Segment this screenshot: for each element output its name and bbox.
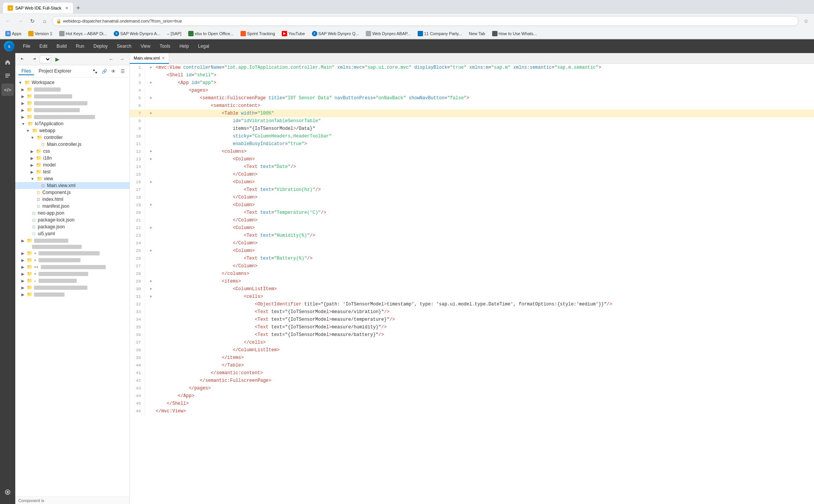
sidebar-tools-btn[interactable] bbox=[2, 486, 14, 498]
tree-blurred-3[interactable]: ▶ 📁 bbox=[15, 100, 129, 107]
bookmark-newtab[interactable]: New Tab bbox=[467, 31, 488, 37]
tree-label: Main.view.xml bbox=[47, 183, 76, 188]
arrow-icon: ▶ bbox=[21, 258, 24, 262]
menu-tools[interactable]: Tools bbox=[156, 42, 174, 50]
sidebar-code-btn[interactable]: </> bbox=[2, 84, 14, 96]
sidebar-home-btn[interactable] bbox=[2, 56, 14, 68]
tree-view[interactable]: ▼ 📁 view bbox=[15, 175, 129, 182]
line-content: <pages> bbox=[154, 87, 814, 94]
menu-legal[interactable]: Legal bbox=[194, 42, 213, 50]
line-number: 24 bbox=[130, 239, 145, 247]
tab-close-icon[interactable]: × bbox=[162, 55, 165, 61]
tree-package-json[interactable]: ⊡ package.json bbox=[15, 223, 129, 230]
tree-index-html[interactable]: ⊡ index.html bbox=[15, 196, 129, 203]
menu-deploy[interactable]: Deploy bbox=[90, 42, 111, 50]
tree-test[interactable]: ▶ 📁 test bbox=[15, 168, 129, 175]
branch-select[interactable] bbox=[40, 55, 51, 63]
tree-css[interactable]: ▶ 📁 css bbox=[15, 148, 129, 155]
nav-back-btn[interactable]: ← bbox=[107, 55, 116, 64]
tree-main-view-xml[interactable]: ⊡ Main.view.xml bbox=[15, 182, 129, 189]
menu-search[interactable]: Search bbox=[113, 42, 135, 50]
bookmark-hotkeys[interactable]: Hot Keys – ABAP Di... bbox=[57, 30, 109, 37]
code-line-15: 15 </Column> bbox=[130, 171, 814, 178]
tree-neoapp-json[interactable]: ⊡ neo-app.json bbox=[15, 210, 129, 216]
tree-ui5-yaml[interactable]: ⊡ ui5.yaml bbox=[15, 230, 129, 237]
tree-webapp[interactable]: ▼ 📁 webapp bbox=[15, 127, 129, 134]
bookmark-label: Version 1 bbox=[35, 31, 52, 36]
line-gutter bbox=[148, 232, 154, 239]
menu-help[interactable]: Help bbox=[176, 42, 193, 50]
bookmark-sapwebdynpro[interactable]: S SAP Web Dynpro A... bbox=[111, 30, 163, 37]
bookmark-xlsx[interactable]: xlsx to Open Office... bbox=[186, 30, 236, 37]
browser-tab-active[interactable]: S SAP Web IDE Full-Stack × bbox=[3, 3, 73, 13]
undo-button[interactable] bbox=[18, 55, 27, 64]
tree-packagelock-json[interactable]: ⊡ package-lock.json bbox=[15, 216, 129, 223]
fe-settings-btn[interactable]: ☰ bbox=[119, 68, 126, 75]
code-editor[interactable]: 1▶<mvc:View controllerName="iot.app.IoTA… bbox=[130, 64, 814, 504]
code-line-39: 39 </items> bbox=[130, 354, 814, 362]
line-gutter: ▶ bbox=[148, 110, 154, 117]
bookmark-sap[interactable]: – [SAP] bbox=[165, 31, 184, 37]
bookmark-company[interactable]: 11 Company Party... bbox=[415, 30, 464, 37]
tree-blurred-5[interactable]: ▶ 📁 bbox=[15, 113, 129, 120]
bookmark-version1[interactable]: Version 1 bbox=[26, 30, 55, 37]
tree-blurred-4[interactable]: ▶ 📁 bbox=[15, 107, 129, 113]
menu-file[interactable]: File bbox=[19, 42, 34, 50]
tree-component-js[interactable]: ⊡ Component.js bbox=[15, 189, 129, 196]
fe-link-btn[interactable]: 🔗 bbox=[100, 68, 108, 75]
sidebar-files-btn[interactable] bbox=[2, 70, 14, 82]
redo-button[interactable] bbox=[29, 55, 38, 64]
home-button[interactable]: ⌂ bbox=[40, 16, 50, 26]
line-gutter bbox=[148, 87, 154, 94]
tree-workspace[interactable]: ▼ 📁 Workspace bbox=[15, 79, 129, 86]
bookmark-star[interactable]: ☆ bbox=[801, 16, 811, 26]
tree-blurred-14[interactable]: ▶ 📁 bbox=[15, 291, 129, 298]
menu-edit[interactable]: Edit bbox=[36, 42, 51, 50]
line-gutter bbox=[148, 132, 154, 140]
line-number: 2 bbox=[130, 71, 145, 79]
tree-blurred-10[interactable]: ▶ 📁 ++ bbox=[15, 263, 129, 270]
folder-icon: 📁 bbox=[36, 149, 42, 154]
tab-project-explorer[interactable]: Project Explorer bbox=[36, 68, 74, 75]
tree-blurred-12[interactable]: ▶ 📁 – bbox=[15, 277, 129, 284]
menu-build[interactable]: Build bbox=[53, 42, 71, 50]
tree-blurred-13[interactable]: ▶ 📁 bbox=[15, 284, 129, 291]
new-tab-button[interactable]: + bbox=[73, 3, 84, 13]
tree-blurred-8[interactable]: ▶ 📁 + bbox=[15, 250, 129, 257]
tree-manifest-json[interactable]: ⊡ manifest.json bbox=[15, 203, 129, 210]
tree-blurred-11[interactable]: ▶ 📁 + bbox=[15, 270, 129, 277]
tree-blurred-9[interactable]: ▶ 📁 + bbox=[15, 257, 129, 263]
bookmark-sapwebdynpro2[interactable]: S SAP Web Dynpro Q... bbox=[310, 30, 362, 37]
tree-iotapplication[interactable]: ▼ 📁 IoTApplication bbox=[15, 120, 129, 127]
tree-model[interactable]: ▶ 📁 model bbox=[15, 162, 129, 168]
nav-fwd-btn[interactable]: → bbox=[117, 55, 126, 64]
tab-close-btn[interactable]: × bbox=[65, 5, 68, 11]
bookmark-sprint[interactable]: Sprint Tracking bbox=[238, 30, 277, 37]
line-content: <Column> bbox=[154, 247, 814, 255]
tree-blurred-1[interactable]: ▶ 📁 bbox=[15, 86, 129, 93]
run-button[interactable]: ▶ bbox=[53, 55, 62, 64]
bookmark-webdynpro[interactable]: Web Dynpro ABAP... bbox=[363, 30, 413, 37]
reload-button[interactable]: ↻ bbox=[27, 16, 37, 26]
tab-files[interactable]: Files bbox=[18, 68, 34, 75]
svg-text:S: S bbox=[8, 45, 10, 48]
bookmark-youtube[interactable]: ▶ YouTube bbox=[279, 30, 307, 37]
tree-blurred-2[interactable]: ▶ 📁 bbox=[15, 93, 129, 100]
tree-i18n[interactable]: ▶ 📁 i18n bbox=[15, 155, 129, 162]
bookmark-howto[interactable]: How to Use Whats... bbox=[490, 30, 539, 37]
forward-button[interactable]: → bbox=[15, 16, 25, 26]
menu-view[interactable]: View bbox=[137, 42, 154, 50]
fe-collapse-btn[interactable] bbox=[91, 68, 99, 75]
bookmark-apps[interactable]: ⊞ Apps bbox=[3, 30, 24, 37]
tree-blurred-6[interactable]: ▶ 📁 bbox=[15, 237, 129, 244]
tree-blurred-7[interactable] bbox=[15, 244, 129, 250]
menu-run[interactable]: Run bbox=[72, 42, 88, 50]
editor-tab-main-view-xml[interactable]: Main.view.xml × bbox=[130, 53, 169, 64]
tree-main-controller-js[interactable]: ⊡ Main.controller.js bbox=[15, 141, 129, 148]
fe-preview-btn[interactable]: 👁 bbox=[110, 68, 117, 75]
back-button[interactable]: ← bbox=[3, 16, 13, 26]
line-number: 31 bbox=[130, 293, 145, 300]
line-number: 27 bbox=[130, 262, 145, 270]
address-bar[interactable]: 🔒 webidecp-dispatcher.hanatrial.ondemand… bbox=[52, 16, 799, 26]
tree-controller[interactable]: ▼ 📁 controller bbox=[15, 134, 129, 141]
